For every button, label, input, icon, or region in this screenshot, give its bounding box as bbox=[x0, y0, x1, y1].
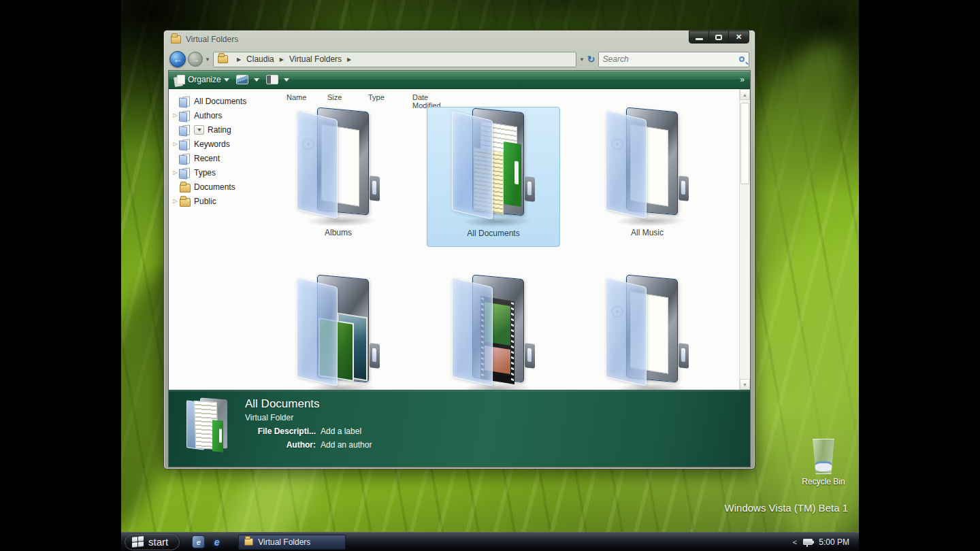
nav-history-chevron-icon[interactable]: ▼ bbox=[205, 56, 210, 63]
tray-expand-chevron-icon[interactable]: < bbox=[793, 538, 797, 546]
tree-item-types[interactable]: ▷ Types bbox=[172, 165, 270, 180]
column-header-size[interactable]: Size bbox=[327, 93, 342, 101]
toolbar-overflow-chevron[interactable]: » bbox=[740, 75, 745, 84]
taskbar-button-virtual-folders[interactable]: Virtual Folders bbox=[238, 535, 346, 550]
details-text: All Documents Virtual Folder File Descri… bbox=[245, 397, 372, 450]
window-folder-icon bbox=[171, 35, 181, 44]
nav-buttons: ← → ▼ bbox=[169, 51, 210, 67]
maximize-button[interactable] bbox=[709, 31, 729, 43]
virtual-folder-icon bbox=[179, 139, 191, 149]
folder-view: Name Size Type Date Modified Albums bbox=[270, 89, 750, 390]
tile-albums[interactable]: Albums bbox=[272, 107, 405, 247]
details-pane: All Documents Virtual Folder File Descri… bbox=[169, 390, 750, 467]
tree-item-documents[interactable]: Documents bbox=[172, 180, 270, 194]
tree-item-label: Types bbox=[194, 168, 216, 178]
scroll-down-icon[interactable]: ▼ bbox=[740, 379, 750, 390]
recycle-bin-label: Recycle Bin bbox=[798, 477, 849, 486]
expander-icon[interactable]: ▷ bbox=[172, 198, 179, 204]
organize-pages-icon bbox=[174, 75, 184, 85]
views-icon bbox=[236, 75, 248, 84]
chevron-down-icon bbox=[254, 78, 259, 82]
close-icon: ✕ bbox=[736, 33, 742, 41]
layout-panel-icon bbox=[266, 75, 278, 84]
tile-label: All Documents bbox=[427, 229, 559, 238]
search-icon[interactable] bbox=[739, 56, 745, 62]
details-title: All Documents bbox=[245, 397, 372, 411]
command-toolbar: Organize » bbox=[169, 71, 750, 89]
add-a-label-link[interactable]: Add a label bbox=[321, 427, 361, 436]
tree-item-recent[interactable]: Recent bbox=[172, 151, 270, 165]
chevron-down-icon bbox=[224, 78, 229, 82]
internet-explorer-icon[interactable]: e bbox=[210, 535, 223, 548]
tree-item-keywords[interactable]: ▷ Keywords bbox=[172, 137, 270, 151]
show-desktop-icon[interactable]: e bbox=[192, 535, 205, 548]
column-header-type[interactable]: Type bbox=[368, 93, 385, 101]
address-bar: ← → ▼ ▶ Claudia ▶ Virtual Folders ▶ ▼ ↻ bbox=[168, 48, 751, 70]
tile-all-music[interactable]: All Music bbox=[581, 107, 714, 247]
virtual-folder-icon bbox=[179, 125, 191, 135]
folder-icon bbox=[179, 182, 191, 192]
column-header-name[interactable]: Name bbox=[287, 93, 306, 101]
tree-item-label: Rating bbox=[208, 125, 231, 135]
details-field-author: Author: Add an author bbox=[245, 440, 372, 450]
folder-3d-icon bbox=[295, 110, 381, 224]
main-row: All Documents ▷ Authors Rating ▷ bbox=[169, 89, 750, 390]
search-box[interactable] bbox=[598, 52, 749, 67]
taskbar-button-label: Virtual Folders bbox=[258, 537, 310, 547]
start-label: start bbox=[148, 536, 168, 548]
tile-pictures[interactable] bbox=[272, 274, 405, 390]
tree-item-rating[interactable]: Rating bbox=[172, 122, 270, 137]
field-label: Author: bbox=[245, 440, 316, 450]
scroll-up-icon[interactable]: ▲ bbox=[740, 89, 750, 100]
minimize-button[interactable] bbox=[689, 31, 709, 43]
system-tray: < 5:00 PM bbox=[793, 537, 859, 547]
scrollbar-thumb[interactable] bbox=[740, 103, 749, 184]
tree-item-label: Keywords bbox=[194, 139, 230, 149]
recycle-bin[interactable]: Recycle Bin bbox=[798, 439, 849, 486]
address-dropdown-chevron-icon[interactable]: ▼ bbox=[579, 56, 585, 63]
tree-item-authors[interactable]: ▷ Authors bbox=[172, 108, 270, 122]
breadcrumb[interactable]: ▶ Claudia ▶ Virtual Folders ▶ bbox=[213, 52, 576, 67]
tree-item-public[interactable]: ▷ Public bbox=[172, 194, 270, 208]
tile-all-documents-selected[interactable]: All Documents bbox=[427, 107, 560, 247]
refresh-icon[interactable]: ↻ bbox=[587, 54, 595, 65]
taskbar-clock[interactable]: 5:00 PM bbox=[819, 537, 849, 547]
chevron-down-icon bbox=[284, 78, 289, 82]
vertical-scrollbar[interactable]: ▲ ▼ bbox=[739, 89, 750, 390]
power-battery-icon[interactable] bbox=[803, 539, 813, 545]
expander-icon[interactable]: ▷ bbox=[172, 112, 179, 118]
search-input[interactable] bbox=[603, 54, 739, 64]
add-an-author-link[interactable]: Add an author bbox=[321, 440, 372, 450]
expander-icon[interactable]: ▷ bbox=[172, 141, 179, 147]
folder-icon bbox=[179, 197, 191, 206]
breadcrumb-item-virtual-folders[interactable]: Virtual Folders bbox=[288, 54, 343, 64]
quick-launch: e e bbox=[192, 535, 223, 548]
organize-label: Organize bbox=[188, 75, 221, 84]
breadcrumb-item-claudia[interactable]: Claudia bbox=[245, 54, 276, 64]
taskbar: start e e Virtual Folders < 5:00 PM bbox=[121, 532, 859, 551]
views-button[interactable] bbox=[236, 75, 262, 84]
tile-folder[interactable] bbox=[581, 274, 714, 390]
back-button[interactable]: ← bbox=[169, 51, 186, 67]
caption-buttons: ✕ bbox=[689, 31, 749, 44]
field-label: File Descripti... bbox=[245, 427, 316, 436]
close-button[interactable]: ✕ bbox=[729, 31, 749, 43]
folder-3d-icon bbox=[451, 277, 536, 390]
virtual-folder-icon bbox=[179, 111, 191, 120]
expander-icon[interactable]: ▷ bbox=[172, 169, 179, 176]
forward-button[interactable]: → bbox=[188, 52, 203, 67]
layout-button[interactable] bbox=[266, 75, 292, 84]
minimize-icon bbox=[696, 38, 703, 40]
organize-button[interactable]: Organize bbox=[174, 75, 232, 85]
tree-item-all-documents[interactable]: All Documents bbox=[172, 94, 270, 108]
desktop: Recycle Bin Windows Vista (TM) Beta 1 Vi… bbox=[121, 0, 859, 551]
title-bar[interactable]: Virtual Folders ✕ bbox=[168, 31, 751, 48]
explorer-window: Virtual Folders ✕ ← → ▼ ▶ Claudia ▶ Virt… bbox=[163, 30, 755, 469]
details-subtitle: Virtual Folder bbox=[245, 413, 372, 422]
start-button[interactable]: start bbox=[125, 534, 180, 550]
build-watermark: Windows Vista (TM) Beta 1 bbox=[725, 502, 848, 514]
tile-videos[interactable] bbox=[427, 274, 560, 390]
folder-3d-icon bbox=[604, 277, 690, 390]
rating-dropdown-button[interactable] bbox=[194, 125, 204, 135]
details-folder-icon bbox=[186, 397, 230, 454]
